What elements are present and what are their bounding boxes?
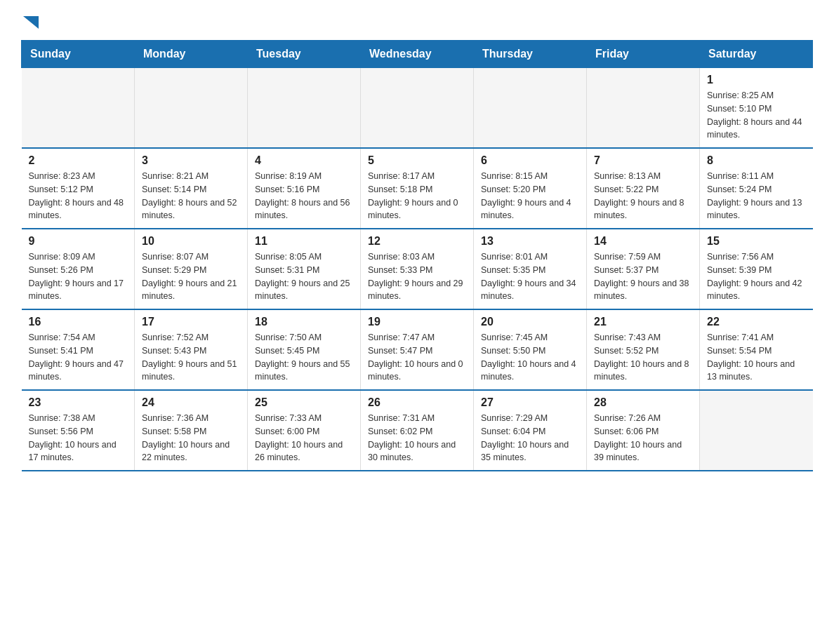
day-number: 11 [255,235,353,248]
day-number: 28 [594,396,692,409]
day-number: 13 [481,235,579,248]
calendar-cell [700,390,813,471]
day-info: Sunrise: 7:52 AMSunset: 5:43 PMDaylight:… [142,331,240,384]
calendar-cell: 6Sunrise: 8:15 AMSunset: 5:20 PMDaylight… [474,148,587,229]
day-number: 16 [29,316,128,328]
calendar-cell: 17Sunrise: 7:52 AMSunset: 5:43 PMDayligh… [135,309,248,390]
header-thursday: Thursday [474,41,587,68]
day-info: Sunrise: 7:38 AMSunset: 5:56 PMDaylight:… [29,412,128,464]
calendar-cell: 19Sunrise: 7:47 AMSunset: 5:47 PMDayligh… [361,309,474,390]
day-number: 3 [142,154,240,167]
calendar-cell: 10Sunrise: 8:07 AMSunset: 5:29 PMDayligh… [135,229,248,309]
calendar-cell: 20Sunrise: 7:45 AMSunset: 5:50 PMDayligh… [474,309,587,390]
day-number: 20 [481,316,579,328]
day-info: Sunrise: 7:36 AMSunset: 5:58 PMDaylight:… [142,412,240,464]
calendar-cell: 4Sunrise: 8:19 AMSunset: 5:16 PMDaylight… [248,148,361,229]
day-info: Sunrise: 7:29 AMSunset: 6:04 PMDaylight:… [481,412,579,464]
calendar-cell: 12Sunrise: 8:03 AMSunset: 5:33 PMDayligh… [361,229,474,309]
day-number: 25 [255,396,353,409]
calendar-cell: 18Sunrise: 7:50 AMSunset: 5:45 PMDayligh… [248,309,361,390]
calendar-cell [22,68,135,149]
day-number: 22 [707,316,806,328]
calendar-cell: 15Sunrise: 7:56 AMSunset: 5:39 PMDayligh… [700,229,813,309]
week-row-1: 1Sunrise: 8:25 AMSunset: 5:10 PMDaylight… [22,68,813,149]
calendar-cell: 24Sunrise: 7:36 AMSunset: 5:58 PMDayligh… [135,390,248,471]
day-info: Sunrise: 8:13 AMSunset: 5:22 PMDaylight:… [594,170,692,222]
day-number: 1 [707,74,806,86]
calendar-cell: 25Sunrise: 7:33 AMSunset: 6:00 PMDayligh… [248,390,361,471]
day-number: 15 [707,235,806,248]
week-row-5: 23Sunrise: 7:38 AMSunset: 5:56 PMDayligh… [22,390,813,471]
calendar-table: Sunday Monday Tuesday Wednesday Thursday… [21,40,813,471]
calendar-cell: 5Sunrise: 8:17 AMSunset: 5:18 PMDaylight… [361,148,474,229]
logo [21,14,39,26]
header-tuesday: Tuesday [248,41,361,68]
day-info: Sunrise: 7:33 AMSunset: 6:00 PMDaylight:… [255,412,353,464]
day-number: 24 [142,396,240,409]
calendar-cell: 22Sunrise: 7:41 AMSunset: 5:54 PMDayligh… [700,309,813,390]
header-saturday: Saturday [700,41,813,68]
day-number: 9 [29,235,128,248]
day-number: 14 [594,235,692,248]
day-number: 8 [707,154,806,167]
calendar-cell: 3Sunrise: 8:21 AMSunset: 5:14 PMDaylight… [135,148,248,229]
header-sunday: Sunday [22,41,135,68]
calendar-cell: 27Sunrise: 7:29 AMSunset: 6:04 PMDayligh… [474,390,587,471]
calendar-cell: 28Sunrise: 7:26 AMSunset: 6:06 PMDayligh… [587,390,700,471]
day-number: 21 [594,316,692,328]
day-number: 2 [29,154,128,167]
calendar-cell: 23Sunrise: 7:38 AMSunset: 5:56 PMDayligh… [22,390,135,471]
day-number: 26 [368,396,466,409]
day-number: 10 [142,235,240,248]
calendar-cell: 2Sunrise: 8:23 AMSunset: 5:12 PMDaylight… [22,148,135,229]
week-row-3: 9Sunrise: 8:09 AMSunset: 5:26 PMDaylight… [22,229,813,309]
day-info: Sunrise: 8:21 AMSunset: 5:14 PMDaylight:… [142,170,240,222]
logo-arrow-icon [23,16,39,29]
day-info: Sunrise: 7:50 AMSunset: 5:45 PMDaylight:… [255,331,353,384]
day-number: 6 [481,154,579,167]
day-number: 18 [255,316,353,328]
day-info: Sunrise: 8:11 AMSunset: 5:24 PMDaylight:… [707,170,806,222]
day-info: Sunrise: 8:15 AMSunset: 5:20 PMDaylight:… [481,170,579,222]
day-number: 17 [142,316,240,328]
day-info: Sunrise: 8:19 AMSunset: 5:16 PMDaylight:… [255,170,353,222]
weekday-header-row: Sunday Monday Tuesday Wednesday Thursday… [22,41,813,68]
day-info: Sunrise: 8:01 AMSunset: 5:35 PMDaylight:… [481,250,579,303]
week-row-4: 16Sunrise: 7:54 AMSunset: 5:41 PMDayligh… [22,309,813,390]
calendar-cell [361,68,474,149]
day-info: Sunrise: 7:54 AMSunset: 5:41 PMDaylight:… [29,331,128,384]
day-info: Sunrise: 8:23 AMSunset: 5:12 PMDaylight:… [29,170,128,222]
calendar-cell: 7Sunrise: 8:13 AMSunset: 5:22 PMDaylight… [587,148,700,229]
day-info: Sunrise: 8:07 AMSunset: 5:29 PMDaylight:… [142,250,240,303]
day-info: Sunrise: 7:45 AMSunset: 5:50 PMDaylight:… [481,331,579,384]
day-number: 5 [368,154,466,167]
header-friday: Friday [587,41,700,68]
page-header [21,14,813,26]
week-row-2: 2Sunrise: 8:23 AMSunset: 5:12 PMDaylight… [22,148,813,229]
day-info: Sunrise: 7:41 AMSunset: 5:54 PMDaylight:… [707,331,806,384]
calendar-cell: 8Sunrise: 8:11 AMSunset: 5:24 PMDaylight… [700,148,813,229]
day-number: 23 [29,396,128,409]
day-info: Sunrise: 8:03 AMSunset: 5:33 PMDaylight:… [368,250,466,303]
calendar-cell: 11Sunrise: 8:05 AMSunset: 5:31 PMDayligh… [248,229,361,309]
day-number: 27 [481,396,579,409]
calendar-cell: 1Sunrise: 8:25 AMSunset: 5:10 PMDaylight… [700,68,813,149]
day-number: 12 [368,235,466,248]
day-info: Sunrise: 7:31 AMSunset: 6:02 PMDaylight:… [368,412,466,464]
calendar-cell: 9Sunrise: 8:09 AMSunset: 5:26 PMDaylight… [22,229,135,309]
calendar-cell: 21Sunrise: 7:43 AMSunset: 5:52 PMDayligh… [587,309,700,390]
calendar-cell: 26Sunrise: 7:31 AMSunset: 6:02 PMDayligh… [361,390,474,471]
day-number: 19 [368,316,466,328]
calendar-cell [587,68,700,149]
day-info: Sunrise: 8:25 AMSunset: 5:10 PMDaylight:… [707,89,806,142]
calendar-cell: 16Sunrise: 7:54 AMSunset: 5:41 PMDayligh… [22,309,135,390]
calendar-cell [135,68,248,149]
day-info: Sunrise: 8:05 AMSunset: 5:31 PMDaylight:… [255,250,353,303]
day-info: Sunrise: 7:59 AMSunset: 5:37 PMDaylight:… [594,250,692,303]
calendar-cell [474,68,587,149]
calendar-cell [248,68,361,149]
day-info: Sunrise: 7:43 AMSunset: 5:52 PMDaylight:… [594,331,692,384]
header-wednesday: Wednesday [361,41,474,68]
calendar-cell: 13Sunrise: 8:01 AMSunset: 5:35 PMDayligh… [474,229,587,309]
day-number: 7 [594,154,692,167]
